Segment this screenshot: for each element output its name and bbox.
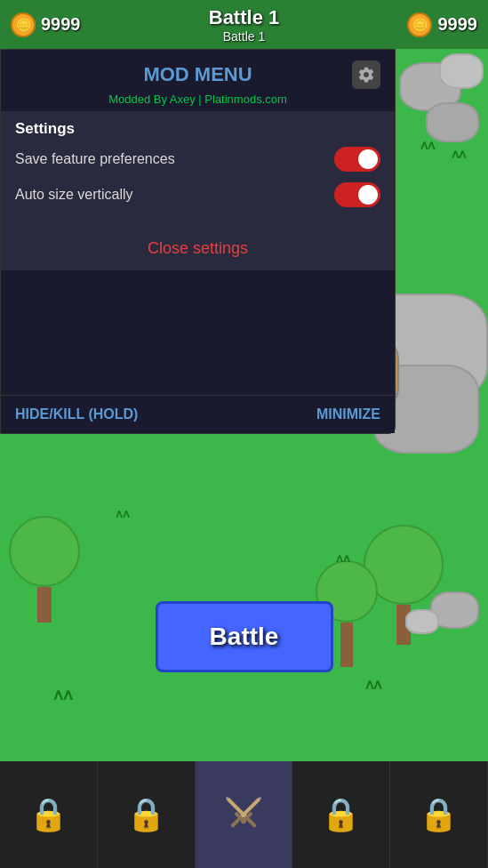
left-currency-value: 9999: [41, 14, 81, 35]
save-feature-label: Save feature preferences: [15, 151, 175, 167]
mod-menu-empty-area: [1, 270, 395, 395]
lock-icon-4: 🔒: [321, 796, 361, 833]
game-background: 🪙 9999 Battle 1 Battle 1 🪙 9999 ʌʌ ʌʌ: [0, 0, 488, 868]
mod-menu-title: MOD MENU: [44, 63, 352, 86]
svg-rect-2: [247, 818, 257, 828]
close-settings-button[interactable]: Close settings: [1, 227, 395, 270]
settings-label: Settings: [15, 120, 380, 138]
lock-icon-5: 🔒: [419, 796, 459, 833]
bottom-slot-2[interactable]: 🔒: [98, 761, 196, 868]
bottom-slot-3[interactable]: [196, 761, 293, 868]
left-currency-group: 🪙 9999: [11, 12, 81, 37]
bottom-right-rock2: [405, 609, 439, 634]
mod-menu-gear-button[interactable]: [352, 60, 380, 89]
grass-tuft-4: ʌʌ: [116, 507, 130, 520]
svg-rect-6: [230, 818, 240, 828]
right-currency-group: 🪙 9999: [407, 12, 477, 37]
left-coin-icon: 🪙: [11, 12, 36, 37]
grass-tuft-1: ʌʌ: [53, 685, 73, 704]
settings-section: Settings Save feature preferences Auto s…: [1, 111, 395, 227]
save-feature-toggle[interactable]: [334, 147, 380, 172]
title-group: Battle 1 Battle 1: [209, 6, 279, 44]
battle-button[interactable]: Battle: [156, 601, 333, 672]
battle-button-text: Battle: [210, 623, 279, 651]
lock-icon-1: 🔒: [28, 796, 68, 833]
crossed-swords-icon: [217, 788, 270, 841]
auto-size-toggle[interactable]: [334, 182, 380, 207]
grass-tuft-3: ʌʌ: [336, 551, 350, 565]
right-coin-icon: 🪙: [407, 12, 432, 37]
auto-size-label: Auto size vertically: [15, 187, 133, 203]
minimize-button[interactable]: MINIMIZE: [316, 406, 380, 422]
modded-by-text: Modded By Axey | Platinmods.com: [1, 92, 395, 111]
mod-menu-header: MOD MENU: [1, 50, 395, 92]
auto-size-row: Auto size vertically: [15, 182, 380, 207]
top-bar: 🪙 9999 Battle 1 Battle 1 🪙 9999: [0, 0, 488, 49]
lock-icon-2: 🔒: [126, 796, 166, 833]
hide-kill-button[interactable]: HIDE/KILL (HOLD): [15, 406, 138, 422]
toggle-circle-2: [358, 185, 378, 205]
mod-menu: MOD MENU Modded By Axey | Platinmods.com…: [0, 49, 396, 434]
battle-title: Battle 1: [209, 6, 279, 29]
right-currency-value: 9999: [437, 14, 477, 35]
bottom-slot-1[interactable]: 🔒: [0, 761, 98, 868]
mod-gear-icon: [357, 66, 375, 84]
bottom-slot-5[interactable]: 🔒: [390, 761, 488, 868]
save-feature-row: Save feature preferences: [15, 147, 380, 172]
bottom-slot-4[interactable]: 🔒: [292, 761, 390, 868]
grass-tuft-2: ʌʌ: [365, 676, 381, 693]
bottom-bar: 🔒 🔒: [0, 761, 488, 868]
mod-menu-footer: HIDE/KILL (HOLD) MINIMIZE: [1, 395, 395, 433]
left-tree-1: [9, 516, 80, 623]
toggle-circle-1: [358, 149, 378, 169]
battle-subtitle: Battle 1: [209, 29, 279, 44]
